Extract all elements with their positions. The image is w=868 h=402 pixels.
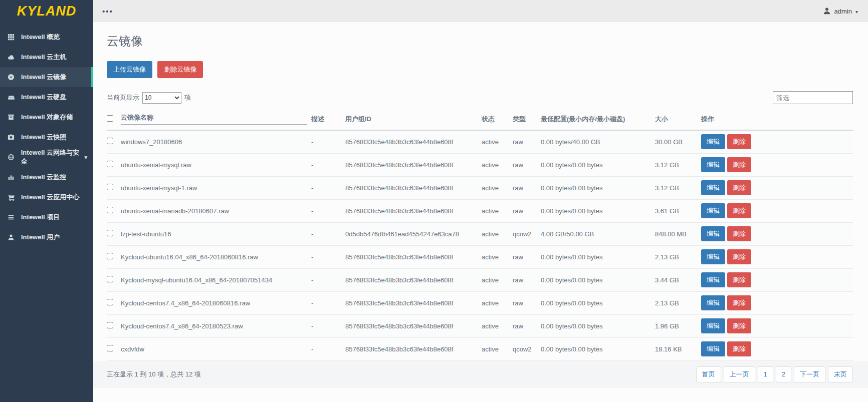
chevron-down-icon bbox=[84, 154, 87, 161]
image-description: - bbox=[311, 199, 345, 222]
delete-button[interactable]: 删除 bbox=[727, 134, 751, 149]
sidebar-item-2[interactable]: Intewell 云镜像 bbox=[0, 67, 93, 87]
page-button[interactable]: 1 bbox=[758, 366, 773, 382]
row-checkbox[interactable] bbox=[107, 299, 113, 305]
page-size-select[interactable]: 10 bbox=[142, 92, 181, 104]
column-header[interactable]: 操作 bbox=[701, 110, 853, 130]
table-row: Kycloud-centos7.4_x86_64-20180523.raw-85… bbox=[107, 314, 853, 337]
column-header[interactable]: 云镜像名称 bbox=[121, 110, 311, 130]
column-header[interactable]: 描述 bbox=[311, 110, 345, 130]
row-checkbox[interactable] bbox=[107, 184, 113, 190]
edit-button[interactable]: 编辑 bbox=[701, 295, 725, 310]
table-row: ubuntu-xenial-mysql.raw-85768f33fc5e48b3… bbox=[107, 153, 853, 176]
sidebar-item-0[interactable]: Intewell 概览 bbox=[0, 27, 93, 47]
page-button[interactable]: 末页 bbox=[828, 366, 853, 382]
user-menu[interactable]: admin bbox=[823, 7, 858, 15]
sidebar-item-label: Intewell 概览 bbox=[21, 33, 60, 42]
min-config: 0.00 bytes/0.00 bytes bbox=[541, 153, 655, 176]
page-button[interactable]: 上一页 bbox=[724, 366, 755, 382]
edit-button[interactable]: 编辑 bbox=[701, 318, 725, 333]
image-size: 2.13 GB bbox=[655, 245, 701, 268]
row-checkbox[interactable] bbox=[107, 322, 113, 328]
page-button[interactable]: 首页 bbox=[696, 366, 721, 382]
min-config: 0.00 bytes/0.00 bytes bbox=[541, 291, 655, 314]
user-group-id: 85768f33fc5e48b3b3c63fe44b8e608f bbox=[345, 268, 482, 291]
edit-button[interactable]: 编辑 bbox=[701, 272, 725, 287]
pagination-info: 正在显示 1 到 10 项，总共 12 项 bbox=[107, 370, 201, 379]
edit-button[interactable]: 编辑 bbox=[701, 180, 725, 195]
edit-button[interactable]: 编辑 bbox=[701, 249, 725, 264]
delete-button[interactable]: 删除 bbox=[727, 226, 751, 241]
column-header[interactable]: 状态 bbox=[482, 110, 513, 130]
image-description: - bbox=[311, 153, 345, 176]
image-description: - bbox=[311, 268, 345, 291]
table-row: ubuntu-xenial-mysql-1.raw-85768f33fc5e48… bbox=[107, 176, 853, 199]
image-name: Kycloud-mysql-ubuntu16.04_x86_64-2018070… bbox=[121, 268, 311, 291]
images-table: 云镜像名称描述用户组ID状态类型最低配置(最小内存/最小磁盘)大小操作 wind… bbox=[107, 110, 853, 361]
image-status: active bbox=[482, 130, 513, 153]
column-header[interactable]: 大小 bbox=[655, 110, 701, 130]
image-type: raw bbox=[513, 153, 541, 176]
sidebar-item-8[interactable]: Intewell 云应用中心 bbox=[0, 187, 93, 207]
delete-button[interactable]: 删除 bbox=[727, 157, 751, 172]
image-name: Kycloud-ubuntu16.04_x86_64-2018060816.ra… bbox=[121, 245, 311, 268]
image-type: raw bbox=[513, 130, 541, 153]
sidebar-item-3[interactable]: Intewell 云硬盘 bbox=[0, 87, 93, 107]
image-size: 30.00 GB bbox=[655, 130, 701, 153]
page-button[interactable]: 2 bbox=[776, 366, 791, 382]
filter-input[interactable] bbox=[773, 91, 853, 104]
row-checkbox[interactable] bbox=[107, 230, 113, 236]
delete-image-button[interactable]: 删除云镜像 bbox=[157, 61, 203, 78]
menu-dots-icon[interactable]: ••• bbox=[102, 7, 113, 16]
image-description: - bbox=[311, 130, 345, 153]
page-button[interactable]: 下一页 bbox=[794, 366, 825, 382]
delete-button[interactable]: 删除 bbox=[727, 180, 751, 195]
edit-button[interactable]: 编辑 bbox=[701, 203, 725, 218]
edit-button[interactable]: 编辑 bbox=[701, 157, 725, 172]
row-checkbox[interactable] bbox=[107, 345, 113, 351]
sidebar-item-1[interactable]: Intewell 云主机 bbox=[0, 47, 93, 67]
column-header[interactable]: 最低配置(最小内存/最小磁盘) bbox=[541, 110, 655, 130]
sidebar-item-10[interactable]: Intewell 用户 bbox=[0, 227, 93, 247]
hdd-icon bbox=[8, 94, 16, 101]
image-status: active bbox=[482, 199, 513, 222]
sidebar-item-9[interactable]: Intewell 项目 bbox=[0, 207, 93, 227]
sidebar-item-label: Intewell 云主机 bbox=[21, 53, 66, 62]
delete-button[interactable]: 删除 bbox=[727, 203, 751, 218]
image-status: active bbox=[482, 176, 513, 199]
table-toolbar: 当前页显示 10 项 bbox=[107, 91, 853, 104]
delete-button[interactable]: 删除 bbox=[727, 295, 751, 310]
globe-icon bbox=[8, 154, 16, 161]
image-type: raw bbox=[513, 314, 541, 337]
column-header[interactable]: 类型 bbox=[513, 110, 541, 130]
image-size: 3.12 GB bbox=[655, 153, 701, 176]
cart-icon bbox=[8, 194, 16, 201]
row-checkbox[interactable] bbox=[107, 253, 113, 259]
select-all-checkbox[interactable] bbox=[107, 115, 113, 122]
edit-button[interactable]: 编辑 bbox=[701, 134, 725, 149]
row-checkbox[interactable] bbox=[107, 276, 113, 282]
user-group-id: 85768f33fc5e48b3b3c63fe44b8e608f bbox=[345, 337, 482, 360]
sidebar-item-6[interactable]: Intewell 云网络与安全 bbox=[0, 147, 93, 167]
user-group-id: 85768f33fc5e48b3b3c63fe44b8e608f bbox=[345, 176, 482, 199]
edit-button[interactable]: 编辑 bbox=[701, 341, 725, 356]
sidebar-item-5[interactable]: Intewell 云快照 bbox=[0, 127, 93, 147]
column-header[interactable]: 用户组ID bbox=[345, 110, 482, 130]
sidebar-item-7[interactable]: Intewell 云监控 bbox=[0, 167, 93, 187]
delete-button[interactable]: 删除 bbox=[727, 272, 751, 287]
row-checkbox[interactable] bbox=[107, 207, 113, 213]
delete-button[interactable]: 删除 bbox=[727, 341, 751, 356]
edit-button[interactable]: 编辑 bbox=[701, 226, 725, 241]
delete-button[interactable]: 删除 bbox=[727, 318, 751, 333]
content: 云镜像 上传云镜像 删除云镜像 当前页显示 10 项 bbox=[93, 22, 868, 402]
delete-button[interactable]: 删除 bbox=[727, 249, 751, 264]
image-size: 1.96 GB bbox=[655, 314, 701, 337]
kyland-logo[interactable]: KYLAND bbox=[0, 0, 93, 22]
user-group-id: 85768f33fc5e48b3b3c63fe44b8e608f bbox=[345, 314, 482, 337]
row-checkbox[interactable] bbox=[107, 161, 113, 167]
row-checkbox[interactable] bbox=[107, 138, 113, 144]
upload-image-button[interactable]: 上传云镜像 bbox=[107, 61, 152, 78]
sidebar-item-4[interactable]: Intewell 对象存储 bbox=[0, 107, 93, 127]
image-name: Kycloud-centos7.4_x86_64-2018060816.raw bbox=[121, 291, 311, 314]
image-name: ubuntu-xenial-mariadb-20180607.raw bbox=[121, 199, 311, 222]
